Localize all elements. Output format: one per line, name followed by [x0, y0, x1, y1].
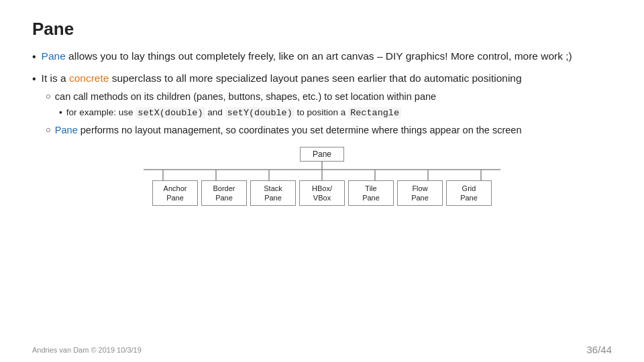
diagram-box-flow: Flow Pane: [397, 180, 443, 206]
bullet-text-2: It is a concrete superclass to all more …: [42, 71, 522, 86]
bullet-list: • Pane allows you to lay things out comp…: [32, 49, 612, 140]
bullet-text-1: Pane allows you to lay things out comple…: [42, 49, 572, 64]
code-rectangle: Rectangle: [348, 107, 401, 119]
sub-text-1: can call methods on its children (panes,…: [55, 90, 436, 104]
slide: Pane • Pane allows you to lay things out…: [0, 0, 644, 362]
sub-sub-text-1: for example: use setX(double) and setY(d…: [66, 106, 401, 120]
diagram-box-anchor: Anchor Pane: [152, 180, 198, 206]
sub-dot-1: ○: [46, 90, 51, 103]
sub-item-2: ○ Pane performs no layout management, so…: [46, 123, 521, 137]
code-sety: setY(double): [225, 107, 294, 119]
sub-dot-2: ○: [46, 123, 51, 137]
footer-credit: Andries van Dam © 2019 10/3/19: [32, 346, 142, 354]
sub-item-1: ○ can call methods on its children (pane…: [46, 90, 521, 120]
pane-highlight-1: Pane: [42, 50, 66, 62]
diagram-box-tile: Tile Pane: [348, 180, 394, 206]
bullet-item-1: • Pane allows you to lay things out comp…: [32, 49, 612, 64]
sub-sub-list: ▪ for example: use setX(double) and setY…: [59, 106, 401, 120]
footer-page: 36/44: [586, 344, 612, 355]
sub-text-2: Pane performs no layout management, so c…: [55, 123, 522, 137]
connector-svg: [114, 162, 530, 180]
code-setx: setX(double): [136, 107, 205, 119]
diagram-box-border: Border Pane: [201, 180, 247, 206]
diagram-top-box: Pane: [300, 147, 344, 162]
bullet-dot-2: •: [32, 71, 36, 86]
sub-sub-item-1: ▪ for example: use setX(double) and setY…: [59, 106, 401, 120]
ss-text-1c: to position a: [294, 107, 348, 117]
footer: Andries van Dam © 2019 10/3/19 36/44: [0, 344, 644, 355]
pane-highlight-2: Pane: [55, 125, 78, 135]
sub-list: ○ can call methods on its children (pane…: [32, 90, 521, 139]
diagram-box-hbox: HBox/ VBox: [299, 180, 345, 206]
diagram-container: Pane Anchor Pane Border: [32, 147, 612, 206]
ss-text-1b: and: [205, 107, 225, 117]
sub-sub-bullet-1: ▪: [59, 106, 62, 119]
slide-title: Pane: [32, 19, 612, 40]
bullet-dot-1: •: [32, 49, 36, 64]
bullet-text-1b: allows you to lay things out completely …: [66, 50, 572, 62]
bullet-text-2b: superclass to all more specialized layou…: [109, 72, 521, 84]
diagram-box-stack: Stack Pane: [250, 180, 296, 206]
bullet-item-2: • It is a concrete superclass to all mor…: [32, 71, 612, 139]
bullet-text-2a: It is a: [42, 72, 69, 84]
ss-text-1a: for example: use: [66, 107, 136, 117]
diagram-box-grid: Grid Pane: [446, 180, 492, 206]
sub-text-2b: performs no layout management, so coordi…: [78, 125, 522, 135]
diagram-top: Pane: [300, 147, 344, 162]
diagram-bottom: Anchor Pane Border Pane Stack Pane HBox/…: [152, 180, 492, 206]
concrete-highlight: concrete: [69, 72, 109, 84]
